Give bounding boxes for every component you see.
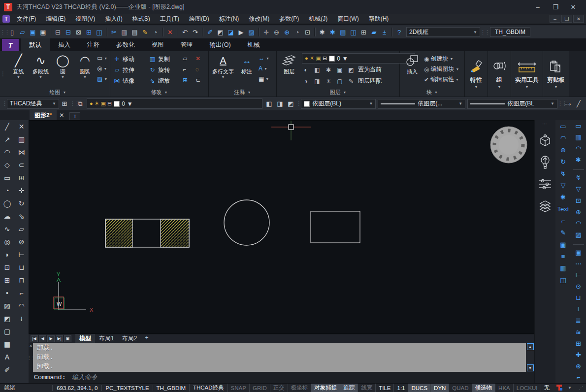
viewport-icon[interactable]: ▭ <box>572 120 585 131</box>
new-document-tab-button[interactable]: + <box>69 112 80 120</box>
status-toggle[interactable]: 1:1 <box>393 384 408 392</box>
minimize-button[interactable]: – <box>529 1 547 13</box>
balloon-icon[interactable] <box>538 155 553 170</box>
array-tool-icon[interactable]: ⊞ <box>183 75 195 85</box>
wizard-icon[interactable]: ✱ <box>557 191 570 203</box>
parts-copy-icon[interactable]: ▣ <box>557 238 570 250</box>
mirror-icon[interactable]: ⋈ <box>15 146 28 159</box>
table-icon[interactable]: ▦ ▼ <box>259 74 269 83</box>
first-tab-button[interactable]: |◀ <box>31 335 38 342</box>
arc-center-icon[interactable]: ◔ <box>1 184 14 197</box>
separator[interactable] <box>573 240 584 245</box>
polygon-icon[interactable]: ◇ <box>1 159 14 171</box>
boundary-icon[interactable]: ▢ <box>1 325 14 338</box>
stretch-icon[interactable]: ▱ <box>15 223 28 235</box>
line-icon[interactable]: ╱ <box>1 120 14 133</box>
document-tab[interactable]: 图形2* <box>30 110 57 120</box>
erase-icon[interactable]: ✕ <box>15 120 28 133</box>
properties-button[interactable]: 特性 ▼ <box>465 51 488 97</box>
mdi-close-button[interactable]: ✕ <box>573 15 584 23</box>
batch-plot-icon[interactable]: ⊟ <box>63 27 73 37</box>
trim-tool-icon[interactable]: ▱ <box>183 54 195 64</box>
visual-style-dropdown[interactable]: 2D线框 ▼ <box>406 27 480 37</box>
mtext-button[interactable]: A 多行文字 ▼ <box>210 52 236 88</box>
circle-entity[interactable] <box>224 200 269 245</box>
quick-properties-icon[interactable]: ▤ <box>338 27 348 37</box>
status-toggle[interactable]: 正交 <box>270 384 288 392</box>
command-scrollbar[interactable]: ▲ ▼ <box>526 343 534 372</box>
create-block-button[interactable]: ◉ 创建块 ▼ <box>424 54 459 64</box>
mdi-minimize-button[interactable]: – <box>550 15 560 23</box>
status-toggle[interactable]: DYN <box>430 384 449 392</box>
menu-item[interactable]: 工具(T) <box>155 14 184 24</box>
palette-icon[interactable]: ◫ <box>348 27 358 37</box>
table-icon[interactable]: ▦ <box>1 338 14 351</box>
status-toggle[interactable]: TILE <box>375 384 393 392</box>
circle-mod-icon[interactable]: ◌ <box>195 65 205 74</box>
layout-tab[interactable]: 布局2 <box>118 334 141 343</box>
toolbar-grip[interactable]: ⋮⋮ <box>557 100 562 107</box>
layer-match-brush-icon[interactable]: ✎ <box>347 78 355 85</box>
ribbon-tab[interactable]: 默认 <box>21 38 50 51</box>
plot-preview-icon[interactable]: ⊠ <box>73 27 84 37</box>
magic-wand-icon[interactable]: ✱ <box>572 154 585 165</box>
menu-item[interactable]: 标注(N) <box>214 14 244 24</box>
menu-item[interactable]: 修改(M) <box>244 14 274 24</box>
thcad-logo-icon[interactable] <box>555 384 563 392</box>
scroll-up-icon[interactable]: ▲ <box>527 343 534 350</box>
view-update-icon[interactable]: ↻ <box>557 156 570 167</box>
chamfer-icon[interactable]: ⌐ <box>15 287 28 299</box>
dimension-button[interactable]: ↔ 标注 <box>236 52 258 88</box>
blend-icon[interactable]: ≀ <box>15 312 28 325</box>
draw-order-icon[interactable]: ⊞ <box>358 27 369 37</box>
menu-item[interactable]: 插入(I) <box>100 14 127 24</box>
rectangle-icon[interactable]: ▭ <box>1 171 14 184</box>
layer-isolate-icon[interactable]: ◧ <box>313 66 321 73</box>
status-field[interactable]: PC_TEXTSTYLE <box>101 385 152 391</box>
quick-select-icon[interactable]: ◪ <box>226 27 236 37</box>
document-icon[interactable]: T <box>2 15 10 23</box>
status-field[interactable]: THCAD经典 <box>189 384 228 392</box>
layer-properties-icon[interactable]: ⧉ <box>75 98 86 109</box>
options-icon[interactable]: ✱ <box>327 27 338 37</box>
layers-stack-icon[interactable] <box>538 198 553 213</box>
extend-icon[interactable]: ⊢ <box>15 248 28 261</box>
detail-view-icon[interactable]: ⊕ <box>557 144 570 156</box>
select-similar-icon[interactable]: ◩ <box>215 27 226 37</box>
fillet-icon[interactable]: ◠ <box>15 299 28 312</box>
next-tab-button[interactable]: ▶ <box>47 335 55 342</box>
slot-icon[interactable]: ⊔ <box>572 292 585 303</box>
ribbon-tab[interactable]: 机械 <box>239 38 268 51</box>
pan-icon[interactable]: ✛ <box>261 27 271 37</box>
section-view-icon[interactable]: ◠ <box>557 132 570 144</box>
make-current-icon[interactable]: ◧ <box>263 98 274 109</box>
center-mark-icon[interactable]: ⊕ <box>572 206 585 218</box>
quick-dim-icon[interactable]: ↯ <box>557 167 570 179</box>
layer-states-icon[interactable]: ◩ <box>285 98 296 109</box>
eyedropper-icon[interactable]: ✐ <box>1 363 14 376</box>
status-toggle[interactable]: 对象捕捉 <box>311 384 340 392</box>
toolbar-grip[interactable]: ⋮⋮ <box>2 100 7 107</box>
new-file-icon[interactable]: ▯ <box>7 27 17 37</box>
lightning-dim-icon[interactable]: ↯ <box>572 172 585 183</box>
layer-prev-icon[interactable]: ◨ <box>313 78 321 85</box>
layer-match-button[interactable]: 图层匹配 <box>358 77 382 85</box>
status-toggle[interactable]: 无 <box>541 384 553 392</box>
ellipsis-icon[interactable]: ⋯ <box>572 258 585 269</box>
coordinates-display[interactable]: 693.62, 394.1, 0 <box>52 385 101 391</box>
ribbon-tab[interactable]: 插入 <box>50 38 79 51</box>
layer-dropdown[interactable]: ●☀▣⊟ 0 ▼ <box>87 98 262 109</box>
bulb-icon[interactable]: ● <box>305 55 308 62</box>
gradient-icon[interactable]: ◩ <box>1 312 14 325</box>
clean-screen-icon[interactable]: ▰ <box>369 27 379 37</box>
corner-radius-icon[interactable]: ◠ <box>572 218 585 229</box>
settings-icon[interactable]: ✱ <box>317 27 327 37</box>
circle-icon[interactable]: ◯ <box>1 197 14 210</box>
door-symbol-icon[interactable]: ⌐ <box>557 215 570 227</box>
close-button[interactable]: ✕ <box>564 1 582 13</box>
ellipse-icon[interactable]: ◎ <box>1 235 14 248</box>
linetype-gen-icon[interactable]: ⤍ <box>562 98 573 109</box>
construction-line-icon[interactable]: ↗ <box>1 133 14 146</box>
scale-icon[interactable]: ⇘ <box>15 210 28 223</box>
line-button[interactable]: ╱ 直线 ▼ <box>7 52 30 88</box>
